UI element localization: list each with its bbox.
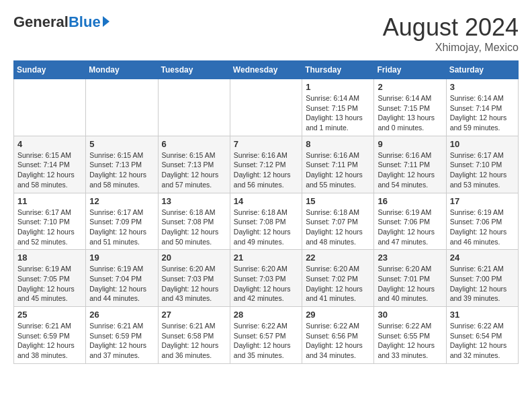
day-number: 17 <box>450 196 515 206</box>
calendar-cell: 5Sunrise: 6:15 AM Sunset: 7:13 PM Daylig… <box>86 136 158 193</box>
day-info: Sunrise: 6:18 AM Sunset: 7:08 PM Dayligh… <box>162 208 226 247</box>
day-number: 11 <box>17 196 82 206</box>
calendar-cell: 10Sunrise: 6:17 AM Sunset: 7:10 PM Dayli… <box>446 136 518 193</box>
day-info: Sunrise: 6:21 AM Sunset: 6:59 PM Dayligh… <box>17 321 82 361</box>
calendar-cell: 22Sunrise: 6:20 AM Sunset: 7:02 PM Dayli… <box>302 250 374 307</box>
logo-general-text: General <box>13 13 69 31</box>
day-info: Sunrise: 6:22 AM Sunset: 6:57 PM Dayligh… <box>234 321 298 361</box>
day-number: 10 <box>450 139 515 149</box>
calendar-week-row: 4Sunrise: 6:15 AM Sunset: 7:14 PM Daylig… <box>14 136 519 193</box>
day-info: Sunrise: 6:18 AM Sunset: 7:07 PM Dayligh… <box>306 208 370 247</box>
day-info: Sunrise: 6:14 AM Sunset: 7:15 PM Dayligh… <box>306 93 370 133</box>
day-number: 24 <box>450 253 515 263</box>
calendar-cell: 21Sunrise: 6:20 AM Sunset: 7:03 PM Dayli… <box>230 250 302 307</box>
calendar-cell: 1Sunrise: 6:14 AM Sunset: 7:15 PM Daylig… <box>302 79 374 136</box>
day-number: 13 <box>162 196 226 206</box>
day-info: Sunrise: 6:20 AM Sunset: 7:01 PM Dayligh… <box>378 264 442 304</box>
calendar-week-row: 25Sunrise: 6:21 AM Sunset: 6:59 PM Dayli… <box>14 307 519 364</box>
column-header-sunday: Sunday <box>14 61 86 79</box>
day-number: 16 <box>378 196 442 206</box>
day-info: Sunrise: 6:19 AM Sunset: 7:04 PM Dayligh… <box>89 264 154 304</box>
day-number: 30 <box>378 310 442 320</box>
calendar-cell: 27Sunrise: 6:21 AM Sunset: 6:58 PM Dayli… <box>158 307 230 364</box>
day-info: Sunrise: 6:21 AM Sunset: 6:58 PM Dayligh… <box>162 321 226 361</box>
day-number: 26 <box>89 310 154 320</box>
calendar-cell: 19Sunrise: 6:19 AM Sunset: 7:04 PM Dayli… <box>86 250 158 307</box>
day-info: Sunrise: 6:21 AM Sunset: 6:59 PM Dayligh… <box>89 321 154 361</box>
day-info: Sunrise: 6:20 AM Sunset: 7:03 PM Dayligh… <box>234 264 298 304</box>
day-info: Sunrise: 6:19 AM Sunset: 7:06 PM Dayligh… <box>378 208 442 247</box>
day-number: 18 <box>17 253 82 263</box>
calendar-cell: 13Sunrise: 6:18 AM Sunset: 7:08 PM Dayli… <box>158 193 230 250</box>
day-info: Sunrise: 6:16 AM Sunset: 7:11 PM Dayligh… <box>306 150 370 190</box>
day-number: 9 <box>378 139 442 149</box>
day-number: 5 <box>89 139 154 149</box>
calendar-week-row: 18Sunrise: 6:19 AM Sunset: 7:05 PM Dayli… <box>14 250 519 307</box>
day-number: 25 <box>17 310 82 320</box>
title-block: August 2024 Xhimojay, Mexico <box>383 13 519 54</box>
day-number: 8 <box>306 139 370 149</box>
calendar-week-row: 11Sunrise: 6:17 AM Sunset: 7:10 PM Dayli… <box>14 193 519 250</box>
calendar-cell: 17Sunrise: 6:19 AM Sunset: 7:06 PM Dayli… <box>446 193 518 250</box>
page-header: General Blue August 2024 Xhimojay, Mexic… <box>13 13 519 54</box>
calendar-cell: 30Sunrise: 6:22 AM Sunset: 6:55 PM Dayli… <box>374 307 446 364</box>
column-header-wednesday: Wednesday <box>230 61 302 79</box>
day-info: Sunrise: 6:19 AM Sunset: 7:05 PM Dayligh… <box>17 264 82 304</box>
day-info: Sunrise: 6:22 AM Sunset: 6:55 PM Dayligh… <box>378 321 442 361</box>
calendar-table: SundayMondayTuesdayWednesdayThursdayFrid… <box>13 60 519 364</box>
calendar-cell: 29Sunrise: 6:22 AM Sunset: 6:56 PM Dayli… <box>302 307 374 364</box>
calendar-cell: 8Sunrise: 6:16 AM Sunset: 7:11 PM Daylig… <box>302 136 374 193</box>
calendar-cell: 23Sunrise: 6:20 AM Sunset: 7:01 PM Dayli… <box>374 250 446 307</box>
calendar-cell: 24Sunrise: 6:21 AM Sunset: 7:00 PM Dayli… <box>446 250 518 307</box>
logo: General Blue <box>13 13 109 31</box>
calendar-cell: 14Sunrise: 6:18 AM Sunset: 7:08 PM Dayli… <box>230 193 302 250</box>
day-number: 15 <box>306 196 370 206</box>
day-info: Sunrise: 6:17 AM Sunset: 7:09 PM Dayligh… <box>89 208 154 247</box>
day-number: 22 <box>306 253 370 263</box>
day-info: Sunrise: 6:19 AM Sunset: 7:06 PM Dayligh… <box>450 208 515 247</box>
day-info: Sunrise: 6:14 AM Sunset: 7:15 PM Dayligh… <box>378 93 442 133</box>
calendar-cell: 16Sunrise: 6:19 AM Sunset: 7:06 PM Dayli… <box>374 193 446 250</box>
calendar-cell: 26Sunrise: 6:21 AM Sunset: 6:59 PM Dayli… <box>86 307 158 364</box>
calendar-cell: 12Sunrise: 6:17 AM Sunset: 7:09 PM Dayli… <box>86 193 158 250</box>
day-number: 19 <box>89 253 154 263</box>
calendar-cell: 3Sunrise: 6:14 AM Sunset: 7:14 PM Daylig… <box>446 79 518 136</box>
day-number: 28 <box>234 310 298 320</box>
day-info: Sunrise: 6:22 AM Sunset: 6:54 PM Dayligh… <box>450 321 515 361</box>
calendar-cell: 25Sunrise: 6:21 AM Sunset: 6:59 PM Dayli… <box>14 307 86 364</box>
day-info: Sunrise: 6:16 AM Sunset: 7:11 PM Dayligh… <box>378 150 442 190</box>
calendar-cell: 6Sunrise: 6:15 AM Sunset: 7:13 PM Daylig… <box>158 136 230 193</box>
day-number: 7 <box>234 139 298 149</box>
day-number: 27 <box>162 310 226 320</box>
day-info: Sunrise: 6:14 AM Sunset: 7:14 PM Dayligh… <box>450 93 515 133</box>
day-info: Sunrise: 6:20 AM Sunset: 7:02 PM Dayligh… <box>306 264 370 304</box>
column-header-saturday: Saturday <box>446 61 518 79</box>
calendar-header-row: SundayMondayTuesdayWednesdayThursdayFrid… <box>14 61 519 79</box>
calendar-cell: 28Sunrise: 6:22 AM Sunset: 6:57 PM Dayli… <box>230 307 302 364</box>
column-header-thursday: Thursday <box>302 61 374 79</box>
column-header-friday: Friday <box>374 61 446 79</box>
day-number: 20 <box>162 253 226 263</box>
calendar-cell: 20Sunrise: 6:20 AM Sunset: 7:03 PM Dayli… <box>158 250 230 307</box>
day-info: Sunrise: 6:20 AM Sunset: 7:03 PM Dayligh… <box>162 264 226 304</box>
day-number: 3 <box>450 82 515 92</box>
day-number: 21 <box>234 253 298 263</box>
day-info: Sunrise: 6:15 AM Sunset: 7:13 PM Dayligh… <box>162 150 226 190</box>
day-number: 6 <box>162 139 226 149</box>
calendar-cell: 4Sunrise: 6:15 AM Sunset: 7:14 PM Daylig… <box>14 136 86 193</box>
day-number: 2 <box>378 82 442 92</box>
day-info: Sunrise: 6:16 AM Sunset: 7:12 PM Dayligh… <box>234 150 298 190</box>
day-info: Sunrise: 6:15 AM Sunset: 7:14 PM Dayligh… <box>17 150 82 190</box>
day-info: Sunrise: 6:15 AM Sunset: 7:13 PM Dayligh… <box>89 150 154 190</box>
calendar-cell: 9Sunrise: 6:16 AM Sunset: 7:11 PM Daylig… <box>374 136 446 193</box>
calendar-cell: 18Sunrise: 6:19 AM Sunset: 7:05 PM Dayli… <box>14 250 86 307</box>
day-info: Sunrise: 6:21 AM Sunset: 7:00 PM Dayligh… <box>450 264 515 304</box>
calendar-cell: 15Sunrise: 6:18 AM Sunset: 7:07 PM Dayli… <box>302 193 374 250</box>
calendar-cell <box>230 79 302 136</box>
calendar-cell: 11Sunrise: 6:17 AM Sunset: 7:10 PM Dayli… <box>14 193 86 250</box>
logo-blue-text: Blue <box>69 13 101 31</box>
day-number: 31 <box>450 310 515 320</box>
month-year-title: August 2024 <box>383 13 519 42</box>
day-info: Sunrise: 6:17 AM Sunset: 7:10 PM Dayligh… <box>17 208 82 247</box>
calendar-cell <box>14 79 86 136</box>
